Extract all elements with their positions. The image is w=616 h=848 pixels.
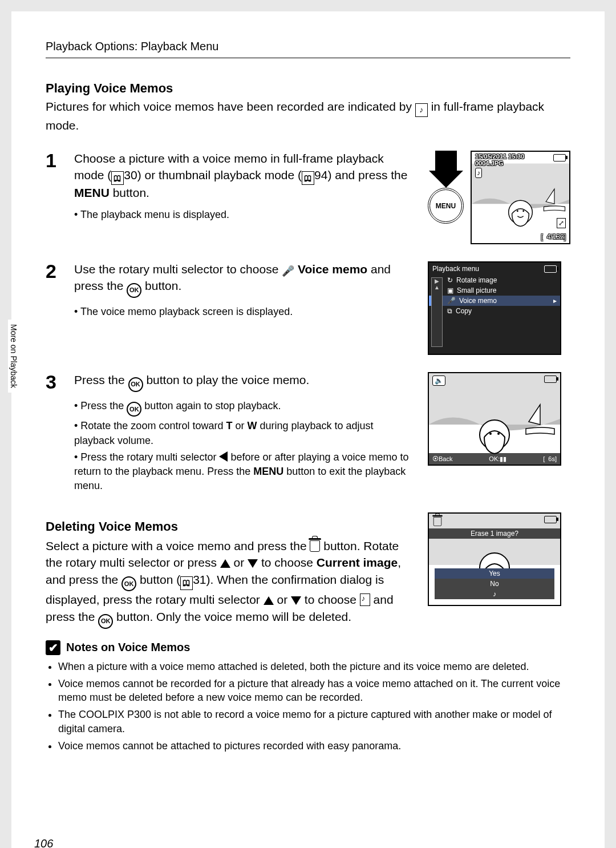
step-3-number: 3 [46,372,63,495]
trash-icon [310,540,320,552]
svg-point-3 [517,210,518,212]
erase-memo-icon-row: ♪ [435,589,554,599]
lcd-counter-value: 4/132 [547,233,564,241]
menu-item-voice-memo: 🎤Voice memo▸ [429,296,560,306]
battery-icon [544,265,557,273]
svg-point-8 [489,433,492,435]
microphone-icon: 🎤 [282,265,294,277]
ok-button-icon: OK [98,614,113,629]
del-ref: 31 [193,573,206,586]
del-a: Select a picture with a voice memo and p… [46,539,310,552]
erase-prompt: Erase 1 image? [429,528,560,539]
zoom-w: W [247,420,257,431]
section-deleting-title: Deleting Voice Memos [46,518,416,535]
step2-text-d: button. [141,279,181,292]
lcd-back-label: Back [439,455,452,462]
lcd-menu-side-tab: ▶▲ [431,277,443,347]
battery-icon [544,375,557,384]
zoom-icon: ⤢ [557,218,566,228]
note-item: The COOLPIX P300 is not able to record a… [58,708,570,736]
copy-icon: ⧉ [447,307,452,315]
b1b: button again to stop playback. [141,400,281,411]
svg-point-9 [497,433,500,435]
ok-button-icon: OK [121,576,136,591]
b1a: Press the [80,400,127,411]
section-playing-title: Playing Voice Memos [46,81,570,96]
notes-list: When a picture with a voice memo attache… [46,660,570,753]
del-i: to choose [301,593,360,606]
step1-text-d: button. [110,186,149,199]
note-item: When a picture with a voice memo attache… [58,660,570,673]
step3-bullet-1: Press the OK button again to stop playba… [74,399,416,417]
left-arrow-icon [219,451,228,462]
menu-item-voice-label: Voice memo [459,297,497,305]
scene-illustration [429,373,560,465]
step-2-number: 2 [46,261,63,355]
header-rule [46,58,570,58]
del-f: button ( [136,573,180,586]
lcd-date-file: 15/05/2011 15:30 0004.JPG [475,153,524,167]
step1-text-c: ) and press the [327,168,407,181]
lcd-playback-menu: Playback menu ▶▲ ↻Rotate image ▣Small pi… [428,261,561,355]
menu-item-copy-label: Copy [456,307,472,315]
battery-icon [544,516,557,524]
menu-item-rotate-label: Rotate image [456,276,497,284]
step3-bullet-3: Press the rotary multi selector before o… [74,450,416,494]
rotate-icon: ↻ [447,276,453,284]
step2-bullet: The voice memo playback screen is displa… [74,305,416,319]
down-arrow-icon [248,559,258,568]
b3a: Press the rotary multi selector [80,451,219,463]
erase-yes: Yes [435,568,554,579]
menu-word: MENU [253,466,283,477]
ok-button-icon: OK [127,402,141,417]
lcd-time-value: 6s [548,455,555,462]
note-item: Voice memos cannot be recorded for a pic… [58,677,570,705]
arrow-down-icon [435,151,457,171]
menu-item-small-label: Small picture [457,286,496,294]
svg-point-4 [522,210,524,212]
section-deleting-para: Select a picture with a voice memo and p… [46,538,416,629]
lcd-voice-playback: 🔈 ⦿Back OK:▮▮ [ 6s] [428,372,561,466]
intro-pre: Pictures for which voice memos have been… [46,100,415,113]
erase-options: Yes No ♪ [435,568,554,599]
menu-item-rotate: ↻Rotate image [429,275,560,285]
page-number: 106 [34,837,53,848]
erase-no: No [435,579,554,589]
step-1-number: 1 [46,151,63,244]
ok-button-icon: OK [127,283,141,298]
lcd-fullframe-preview: 15/05/2011 15:30 0004.JPG ♪ ⤢ [ 4/132] [471,151,570,244]
lcd-bottom-bar: ⦿Back OK:▮▮ [ 6s] [429,453,560,465]
ok-pause-icon: OK:▮▮ [489,455,506,463]
press-menu-diagram: MENU [428,151,464,224]
b2a: Rotate the zoom control toward [80,420,226,431]
memo-note-icon [360,593,370,606]
voice-memo-badge-icon: ♪ [475,168,482,178]
manual-ref-icon: 🕮 [302,171,314,185]
current-image-strong: Current image [317,556,398,569]
notes-header: ✔ Notes on Voice Memos [46,640,570,655]
microphone-icon: 🎤 [447,297,456,305]
manual-ref-icon: 🕮 [111,171,124,185]
lcd-erase-dialog: Erase 1 image? Yes No ♪ [428,512,561,606]
chevron-right-icon: ▸ [553,297,557,305]
lcd-menu-title-row: Playback menu [429,263,560,275]
up-arrow-icon [264,596,274,605]
arrow-down-tip-icon [429,171,463,188]
zoom-t: T [226,420,232,431]
speaker-icon: 🔈 [432,375,445,386]
side-tab: More on Playback [8,320,19,393]
step3-bullet-2: Rotate the zoom control toward T or W du… [74,419,416,447]
menu-item-copy: ⧉Copy [429,306,560,316]
del-d: to choose [258,556,317,569]
lcd-date: 15/05/2011 15:30 [475,153,524,160]
del-h: or [274,593,291,606]
section-playing-intro: Pictures for which voice memos have been… [46,98,570,134]
step1-bullet: The playback menu is displayed. [74,208,416,222]
breadcrumb: Playback Options: Playback Menu [46,40,570,53]
ok-button-icon: OK [128,377,143,392]
lcd-menu-title: Playback menu [432,265,479,273]
step3-text-b: button to play the voice memo. [143,373,310,386]
menu-item-small: ▣Small picture [429,285,560,296]
b2mid: or [232,420,247,431]
lcd-file: 0004.JPG [475,160,524,167]
